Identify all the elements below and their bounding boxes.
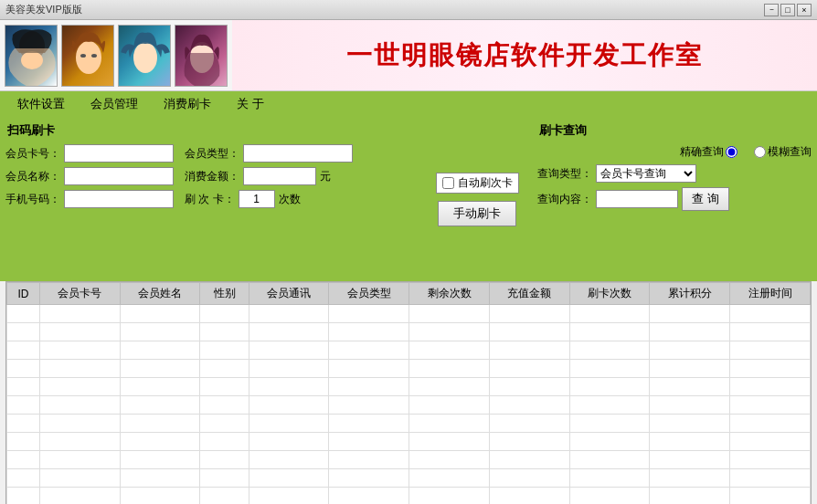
menu-item-settings[interactable]: 软件设置 [5,93,78,115]
col-recharge: 充值金额 [489,283,569,305]
phone-row: 手机号码： 刷 次 卡： 次数 [5,190,417,208]
header-area: 一世明眼镜店软件开发工作室 [0,20,817,91]
photo-1 [5,25,58,87]
middle-panel: 自动刷次卡 手动刷卡 [422,122,532,276]
fuzzy-radio[interactable] [754,146,766,158]
col-gender: 性别 [200,283,249,305]
data-table: ID 会员卡号 会员姓名 性别 会员通讯 会员类型 剩余次数 充值金额 刷卡次数… [6,282,811,504]
title-bar: 美容美发VIP版版 － □ × [0,0,817,20]
query-content-input[interactable] [596,190,678,208]
card-no-label: 会员卡号： [5,146,60,162]
manual-swipe-button[interactable]: 手动刷卡 [438,201,516,226]
close-button[interactable]: × [797,4,812,16]
query-panel-title: 刷卡查询 [537,122,812,139]
table-header-row: ID 会员卡号 会员姓名 性别 会员通讯 会员类型 剩余次数 充值金额 刷卡次数… [7,283,811,305]
title-bar-text: 美容美发VIP版版 [5,3,764,16]
amount-label: 消费金额： [185,169,239,184]
data-table-wrapper: ID 会员卡号 会员姓名 性别 会员通讯 会员类型 剩余次数 充值金额 刷卡次数… [5,281,812,504]
col-reg-time: 注册时间 [730,283,811,305]
auto-swipe-label: 自动刷次卡 [458,175,513,191]
swipe-panel: 扫码刷卡 会员卡号： 会员类型： 会员名称： 消费金额： 元 手机号码： 刷 次… [5,122,417,276]
fuzzy-label: 模糊查询 [768,144,812,160]
query-content-row: 查询内容： 查 询 [537,187,812,211]
yuan-unit: 元 [320,169,331,184]
card-no-input[interactable] [64,144,174,163]
card-type-label: 会员类型： [185,146,239,162]
table-row [7,469,811,488]
member-name-row: 会员名称： 消费金额： 元 [5,167,417,185]
phone-label: 手机号码： [5,192,60,207]
table-row [7,488,811,505]
query-type-select[interactable]: 会员卡号查询会员姓名查询手机号查询 [596,164,696,183]
header-photos [0,20,232,90]
swipe-panel-title: 扫码刷卡 [5,122,417,139]
col-swipe-count: 刷卡次数 [569,283,650,305]
svg-point-2 [76,41,101,74]
query-button[interactable]: 查 询 [682,187,729,211]
auto-swipe-row: 自动刷次卡 [436,173,519,194]
query-type-label: 查询类型： [537,166,592,182]
col-contact: 会员通讯 [249,283,329,305]
menu-item-members[interactable]: 会员管理 [78,93,151,115]
member-name-input[interactable] [64,167,174,185]
table-row [7,305,811,323]
member-name-label: 会员名称： [5,169,60,184]
query-form: 精确查询 模糊查询 查询类型： 会员卡号查询会员姓名查询手机号查询 查询内容： … [537,144,812,211]
table-row [7,433,811,451]
svg-point-3 [80,54,86,58]
table-row [7,323,811,341]
table-row [7,451,811,469]
col-remaining: 剩余次数 [409,283,490,305]
main-content: 扫码刷卡 会员卡号： 会员类型： 会员名称： 消费金额： 元 手机号码： 刷 次… [0,117,817,281]
col-card-no: 会员卡号 [39,283,120,305]
swipe-count-input[interactable] [239,190,275,208]
table-row [7,341,811,360]
header-title-area: 一世明眼镜店软件开发工作室 [232,20,817,90]
photo-2 [61,25,114,87]
col-id: ID [7,283,40,305]
amount-input[interactable] [243,167,316,185]
minimize-button[interactable]: － [764,4,779,16]
precise-radio-label: 精确查询 [680,144,737,160]
fuzzy-radio-label: 模糊查询 [754,144,812,160]
photo-4 [175,25,228,87]
query-radio-row: 精确查询 模糊查询 [537,144,812,160]
col-name: 会员姓名 [120,283,200,305]
precise-label: 精确查询 [680,144,724,160]
svg-point-4 [91,54,97,58]
table-row [7,415,811,433]
card-type-input[interactable] [243,144,353,163]
menu-item-about[interactable]: 关 于 [224,93,277,115]
photo-3 [118,25,171,87]
menu-bar: 软件设置 会员管理 消费刷卡 关 于 [0,91,817,117]
title-bar-buttons: － □ × [764,4,812,16]
col-type: 会员类型 [329,283,409,305]
auto-swipe-checkbox[interactable] [442,177,454,189]
table-row [7,360,811,378]
swipe-card-label: 刷 次 卡： [185,192,235,207]
header-title: 一世明眼镜店软件开发工作室 [346,38,703,73]
svg-point-5 [133,42,157,73]
table-row [7,396,811,415]
query-panel: 刷卡查询 精确查询 模糊查询 查询类型： 会员卡号查询会员姓名查询手机号查询 查 [537,122,812,276]
maximize-button[interactable]: □ [780,4,795,16]
query-content-label: 查询内容： [537,192,592,207]
query-type-row: 查询类型： 会员卡号查询会员姓名查询手机号查询 [537,164,812,183]
col-points: 累计积分 [650,283,730,305]
table-row [7,378,811,396]
precise-radio[interactable] [726,146,737,158]
menu-item-consume[interactable]: 消费刷卡 [151,93,224,115]
phone-input[interactable] [64,190,174,208]
card-no-row: 会员卡号： 会员类型： [5,144,417,163]
times-unit: 次数 [279,192,301,207]
